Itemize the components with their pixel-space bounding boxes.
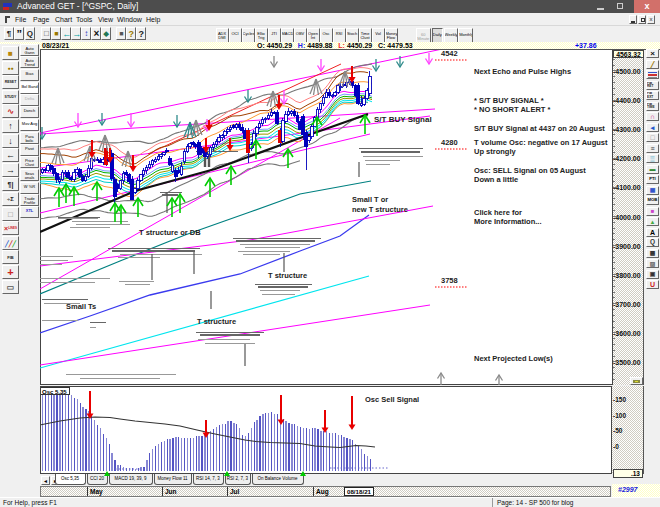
svg-text:Next Projected Low(s): Next Projected Low(s) (474, 354, 553, 363)
svg-text:* S/T BUY SIGNAL *: * S/T BUY SIGNAL * (474, 96, 544, 105)
svg-text:More Information...: More Information... (474, 217, 542, 226)
svg-text:4280: 4280 (441, 138, 458, 147)
svg-text:new T structure: new T structure (352, 205, 408, 214)
svg-text:S/T BUY Signal: S/T BUY Signal (374, 115, 432, 124)
svg-text:Click here for: Click here for (474, 208, 522, 217)
svg-text:T structure or DB: T structure or DB (139, 228, 201, 237)
svg-text:Small T or: Small T or (352, 195, 388, 204)
svg-text:S/T BUY Signal at 4437 on 20 A: S/T BUY Signal at 4437 on 20 August (474, 124, 605, 133)
svg-text:Osc: SELL Signal on 05 August: Osc: SELL Signal on 05 August (474, 166, 586, 175)
svg-text:Osc Sell Signal: Osc Sell Signal (365, 395, 419, 404)
svg-text:Next Echo and Pulse Highs: Next Echo and Pulse Highs (474, 67, 571, 76)
svg-text:* NO SHORT ALERT *: * NO SHORT ALERT * (474, 105, 550, 114)
svg-text:Down a little: Down a little (474, 175, 518, 184)
svg-text:4542: 4542 (441, 50, 458, 58)
svg-text:Up strongly: Up strongly (474, 147, 516, 156)
svg-text:T structure: T structure (197, 317, 236, 326)
svg-text:Small Ts: Small Ts (66, 302, 96, 311)
svg-text:T volume Osc: negative on 17 A: T volume Osc: negative on 17 August (474, 138, 608, 147)
svg-text:3758: 3758 (441, 276, 458, 285)
svg-text:T structure: T structure (268, 271, 307, 280)
